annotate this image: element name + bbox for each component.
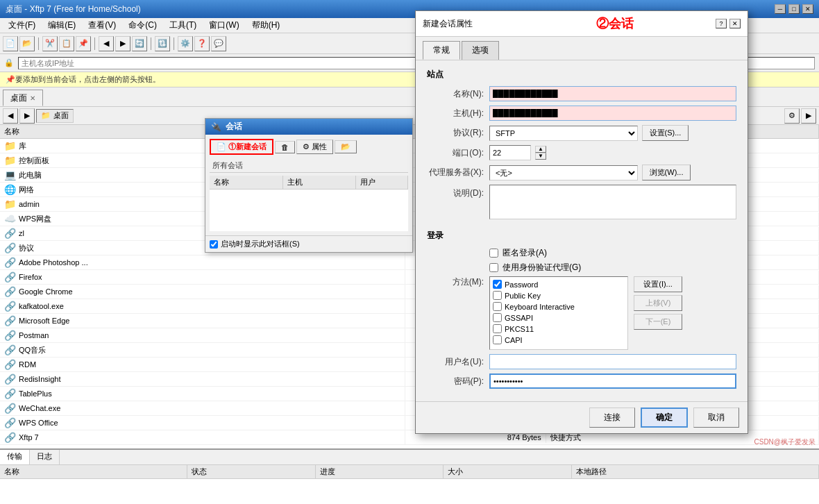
minimize-button[interactable]: ─ — [775, 4, 786, 14]
props-tab-general[interactable]: 常规 — [423, 41, 460, 60]
file-type-icon: 🔗 — [4, 315, 16, 326]
file-type-icon: 🔗 — [4, 373, 16, 385]
file-name-text: Adobe Photoshop ... — [19, 258, 88, 267]
panel-settings-btn[interactable]: ⚙ — [784, 108, 800, 124]
file-name-cell: 🔗 RDM — [0, 358, 405, 371]
title-bar-controls: ─ □ ✕ — [775, 4, 813, 14]
transfer-tab-transfer[interactable]: 传输 — [0, 450, 30, 464]
toolbar-new-session[interactable]: 📄 — [3, 36, 18, 51]
file-name-text: 此电脑 — [19, 170, 42, 180]
main-window: 桌面 - Xftp 7 (Free for Home/School) ─ □ ✕… — [0, 0, 819, 504]
panel-nav-btn[interactable]: ▶ — [801, 108, 816, 124]
toolbar-nav3[interactable]: 🔄 — [132, 36, 147, 51]
close-button[interactable]: ✕ — [802, 4, 813, 14]
password-control — [489, 373, 736, 389]
tab-desktop[interactable]: 桌面 ✕ — [3, 90, 43, 106]
port-down-button[interactable]: ▼ — [535, 153, 546, 160]
file-name-text: zl — [19, 229, 24, 237]
props-tab-options[interactable]: 选项 — [462, 41, 499, 60]
session-properties-button[interactable]: ⚙ 属性 — [296, 140, 333, 154]
anonymous-checkbox[interactable] — [489, 249, 498, 258]
protocol-row: 协议(R): SFTPFTPFTPSSCP 设置(S)... — [427, 125, 736, 141]
delete-session-button[interactable]: 🗑 — [275, 141, 295, 153]
menu-command[interactable]: 命令(C) — [123, 18, 162, 33]
menu-view[interactable]: 查看(V) — [83, 18, 121, 33]
props-close-button[interactable]: ✕ — [729, 19, 741, 28]
description-label: 说明(D): — [427, 185, 489, 199]
method-pkcs11-checkbox[interactable] — [493, 324, 502, 333]
props-title-bar: 新建会话属性 ②会话 ? ✕ — [416, 11, 748, 37]
connect-button[interactable]: 连接 — [589, 408, 635, 428]
host-input[interactable] — [489, 106, 736, 121]
app-title: 桌面 - Xftp 7 (Free for Home/School) — [6, 3, 141, 15]
username-label: 用户名(U): — [427, 356, 489, 368]
anonymous-label: 匿名登录(A) — [503, 247, 547, 259]
method-capi-checkbox[interactable] — [493, 335, 502, 344]
toolbar-copy[interactable]: 📋 — [59, 36, 74, 51]
session-popup-title: 🔌 会话 — [205, 119, 412, 135]
method-settings-button[interactable]: 设置(I)... — [634, 276, 682, 292]
session-icon: 🔌 — [211, 122, 221, 132]
startup-checkbox[interactable] — [210, 240, 218, 249]
protocol-select[interactable]: SFTPFTPFTPSSCP — [489, 126, 638, 141]
menu-edit[interactable]: 编辑(E) — [42, 18, 81, 33]
toolbar-nav2[interactable]: ▶ — [115, 36, 130, 51]
tab-close-icon[interactable]: ✕ — [30, 94, 35, 102]
toolbar-misc[interactable]: 💬 — [211, 36, 226, 51]
toolbar-help[interactable]: ❓ — [194, 36, 210, 51]
toolbar-sync[interactable]: 🔃 — [155, 36, 170, 51]
move-up-button[interactable]: 上移(V) — [634, 295, 682, 311]
ok-button[interactable]: 确定 — [641, 408, 688, 428]
host-label: 主机(H): — [427, 108, 489, 119]
move-down-button[interactable]: 下一(E) — [634, 314, 682, 330]
file-name-text: admin — [19, 200, 40, 208]
method-publickey-checkbox[interactable] — [493, 291, 502, 300]
trans-col-progress: 进度 — [316, 465, 444, 478]
toolbar-cut[interactable]: ✂️ — [42, 36, 58, 51]
toolbar-nav1[interactable]: ◀ — [99, 36, 114, 51]
props-help-button[interactable]: ? — [716, 19, 727, 28]
properties-icon: ⚙ — [303, 142, 310, 151]
folder-icon: 📁 — [41, 111, 51, 120]
toolbar-open[interactable]: 📂 — [19, 36, 35, 51]
proxy-select[interactable]: <无> — [489, 165, 638, 180]
file-type-icon: 🔗 — [4, 242, 16, 253]
name-label: 名称(N): — [427, 88, 489, 100]
toolbar-paste[interactable]: 📌 — [76, 36, 91, 51]
proxy-auth-checkbox[interactable] — [489, 263, 498, 272]
file-type-icon: ☁️ — [4, 213, 16, 224]
back-button[interactable]: ◀ — [3, 108, 18, 124]
protocol-settings-button[interactable]: 设置(S)... — [642, 125, 689, 141]
method-buttons: 设置(I)... 上移(V) 下一(E) — [634, 276, 682, 330]
startup-label: 启动时显示此对话框(S) — [221, 239, 300, 249]
file-name-cell: 🔗 RedisInsight — [0, 372, 405, 386]
file-name-cell: 🔗 Google Chrome — [0, 285, 405, 299]
forward-button[interactable]: ▶ — [19, 108, 35, 124]
file-name-cell: 🔗 WPS Office — [0, 416, 405, 430]
method-password-checkbox[interactable] — [493, 280, 502, 289]
method-gssapi-checkbox[interactable] — [493, 313, 502, 322]
port-input[interactable] — [489, 145, 531, 160]
port-up-button[interactable]: ▲ — [535, 146, 546, 153]
description-textarea[interactable] — [489, 185, 736, 219]
menu-help[interactable]: 帮助(H) — [246, 18, 286, 33]
browse-button[interactable]: 浏览(W)... — [642, 165, 691, 180]
method-keyboard-checkbox[interactable] — [493, 302, 502, 311]
open-folder-button[interactable]: 📂 — [335, 140, 357, 153]
menu-window[interactable]: 窗口(W) — [203, 18, 244, 33]
username-input[interactable]: root — [489, 354, 736, 369]
menu-file[interactable]: 文件(F) — [3, 18, 41, 33]
username-row: 用户名(U): root — [427, 354, 736, 369]
file-name-cell: 🔗 Firefox — [0, 270, 405, 284]
maximize-button[interactable]: □ — [788, 4, 800, 14]
new-session-button[interactable]: 📄 ①新建会话 — [210, 139, 273, 155]
password-input[interactable] — [489, 373, 736, 389]
transfer-tab-log[interactable]: 日志 — [30, 450, 60, 464]
cancel-button[interactable]: 取消 — [693, 408, 739, 428]
password-row: 密码(P): — [427, 373, 736, 389]
name-input[interactable] — [489, 86, 736, 101]
menu-tools[interactable]: 工具(T) — [164, 18, 202, 33]
session-list-header: 名称 主机 用户 — [210, 176, 408, 190]
file-name-text: Xftp 7 — [19, 433, 39, 442]
toolbar-settings[interactable]: ⚙️ — [178, 36, 193, 51]
